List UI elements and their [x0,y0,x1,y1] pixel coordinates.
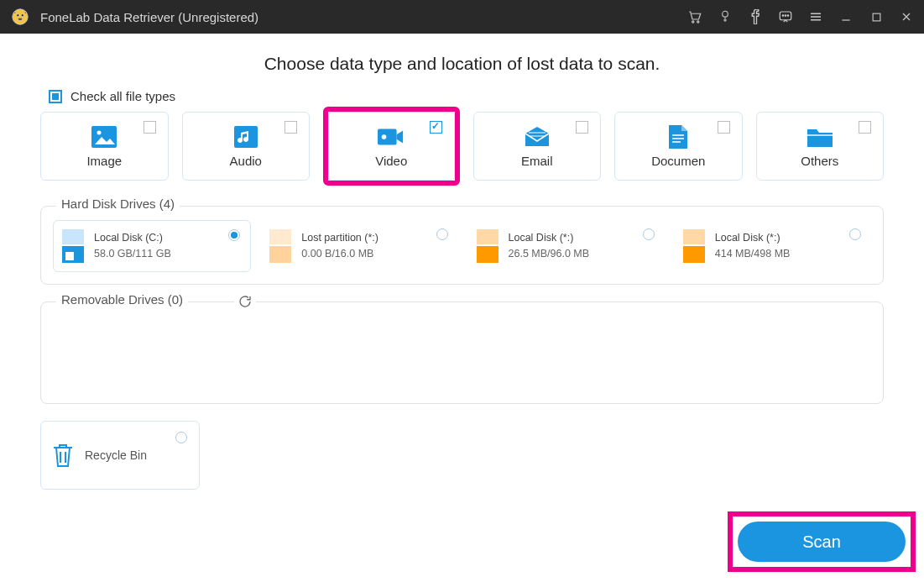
drive-name: Local Disk (*:) [715,230,791,246]
check-all-file-types[interactable]: Check all file types [49,89,884,103]
type-label: Video [375,154,407,168]
recycle-bin-option[interactable]: Recycle Bin [40,421,200,490]
radio-icon [849,228,861,240]
svg-rect-14 [234,126,258,148]
drive-name: Local Disk (C:) [94,230,171,246]
titlebar: FoneLab Data Retriever (Unregistered) [0,0,924,34]
svg-rect-12 [91,126,117,148]
type-tile-image[interactable]: Image [40,112,169,181]
drive-size: 414 MB/498 MB [715,246,791,262]
check-all-label: Check all file types [70,89,175,103]
checkbox-icon [430,121,442,134]
image-icon [91,125,117,149]
svg-point-3 [18,18,23,21]
type-label: Email [521,154,553,168]
svg-point-13 [97,130,102,134]
audio-icon [232,125,259,149]
app-title: FoneLab Data Retriever (Unregistered) [40,10,258,24]
email-icon [524,125,551,149]
drive-local-disk-2[interactable]: Local Disk (*:) 414 MB/498 MB [675,220,871,272]
titlebar-actions [687,9,914,24]
page-heading: Choose data type and location of lost da… [40,54,884,74]
hard-disk-drives-group: Hard Disk Drives (4) Local Disk (C:) 58.… [40,206,884,285]
checkbox-icon [718,121,730,134]
svg-point-10 [787,15,789,17]
others-icon [807,125,833,149]
scan-button[interactable]: Scan [738,522,906,562]
svg-rect-11 [873,13,880,21]
checkbox-icon [859,121,871,134]
drive-icon [681,229,707,263]
radio-icon [175,432,187,443]
refresh-icon[interactable] [234,294,256,309]
cart-icon[interactable] [687,9,702,24]
radio-icon [436,228,448,240]
drive-name: Local Disk (*:) [509,230,590,246]
svg-point-4 [692,21,694,23]
drive-size: 0.00 B/16.0 MB [301,246,378,262]
radio-icon [228,229,240,241]
file-types-row: Image Audio Video Email [40,112,884,186]
svg-point-9 [785,15,786,17]
svg-rect-15 [378,128,397,144]
svg-point-16 [382,134,387,139]
removable-drives-group: Removable Drives (0) [40,301,884,404]
facebook-icon[interactable] [748,9,763,24]
video-icon [378,125,405,149]
svg-point-1 [17,14,19,17]
minimize-icon[interactable] [838,9,854,24]
type-tile-document[interactable]: Documen [614,112,743,181]
drive-c-icon [60,229,86,263]
checkbox-icon [49,90,62,103]
drive-local-disk-1[interactable]: Local Disk (*:) 26.5 MB/96.0 MB [468,220,665,272]
radio-icon [643,228,655,240]
svg-point-2 [21,14,23,17]
drive-local-disk-c[interactable]: Local Disk (C:) 58.0 GB/111 GB [53,220,251,272]
feedback-icon[interactable] [778,9,793,24]
svg-point-6 [723,11,728,17]
checkbox-icon [144,121,156,134]
type-tile-others[interactable]: Others [756,112,885,181]
hdd-legend: Hard Disk Drives (4) [56,197,180,211]
drive-icon [475,229,500,263]
type-tile-email[interactable]: Email [473,112,602,181]
drive-name: Lost partition (*:) [301,230,378,246]
app-logo-icon [10,7,30,27]
menu-icon[interactable] [808,9,823,24]
close-icon[interactable] [899,9,914,24]
removable-legend: Removable Drives (0) [56,292,188,307]
svg-point-8 [782,15,784,17]
type-label: Image [86,154,122,168]
type-tile-video-highlighted[interactable]: Video [323,107,460,186]
drive-lost-icon [268,229,293,263]
maximize-icon[interactable] [869,9,884,24]
trash-icon [51,442,75,469]
checkbox-icon [576,121,588,134]
svg-rect-17 [807,134,833,136]
type-label: Documen [651,154,705,168]
recycle-bin-label: Recycle Bin [85,448,147,462]
checkbox-icon [285,121,297,134]
type-tile-audio[interactable]: Audio [182,112,311,181]
document-icon [665,125,692,149]
svg-point-5 [697,21,699,23]
scan-button-highlight: Scan [728,511,916,572]
drive-size: 26.5 MB/96.0 MB [509,246,590,262]
type-label: Others [801,154,838,168]
drive-size: 58.0 GB/111 GB [94,246,171,262]
type-label: Audio [230,154,262,168]
key-icon[interactable] [718,9,733,24]
drive-lost-partition[interactable]: Lost partition (*:) 0.00 B/16.0 MB [261,220,457,272]
